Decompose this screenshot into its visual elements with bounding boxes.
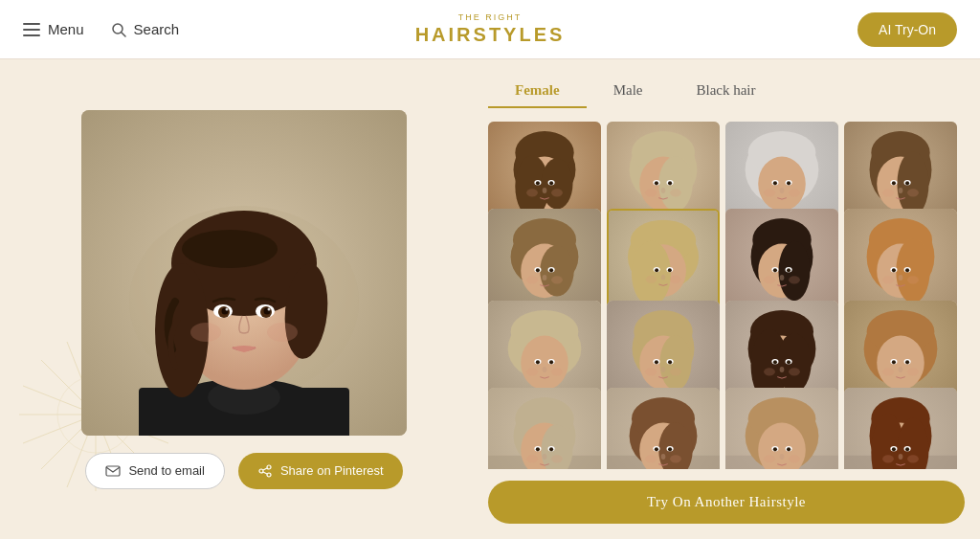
svg-point-195 [551, 455, 563, 462]
svg-point-59 [655, 181, 658, 185]
svg-point-96 [543, 275, 547, 281]
logo-h: H [415, 24, 432, 45]
svg-point-168 [780, 367, 785, 372]
ai-tryon-button[interactable]: AI Try-On [858, 12, 957, 47]
svg-point-157 [670, 368, 681, 375]
hairstyle-thumb-12[interactable] [488, 388, 601, 469]
svg-point-143 [543, 367, 547, 372]
svg-point-205 [668, 447, 672, 451]
svg-point-150 [659, 334, 691, 390]
svg-point-107 [668, 268, 672, 272]
svg-point-134 [907, 276, 919, 283]
svg-point-167 [787, 360, 791, 364]
svg-point-120 [780, 275, 785, 281]
email-icon [105, 463, 121, 479]
hamburger-icon [23, 23, 40, 36]
svg-point-219 [764, 455, 775, 462]
svg-point-22 [182, 230, 278, 268]
header: Menu Search THE RIGHT HAIRSTYLES AI Try-… [0, 0, 980, 59]
share-icon [257, 463, 273, 479]
send-email-button[interactable]: Send to email [85, 453, 225, 489]
svg-point-130 [892, 268, 896, 272]
svg-point-208 [670, 455, 681, 462]
svg-point-232 [899, 454, 903, 460]
svg-point-178 [905, 360, 909, 364]
svg-point-84 [899, 188, 903, 193]
pinterest-label: Share on Pinterest [280, 463, 384, 478]
svg-point-180 [882, 368, 894, 375]
email-label: Send to email [128, 463, 205, 478]
svg-point-31 [190, 323, 221, 342]
try-on-another-button[interactable]: Try On Another Hairstyle [488, 481, 965, 524]
hairstyle-grid[interactable] [488, 122, 965, 469]
svg-point-233 [882, 455, 894, 462]
svg-point-191 [536, 447, 540, 451]
svg-point-56 [658, 156, 692, 212]
svg-point-121 [764, 276, 775, 283]
svg-point-133 [882, 276, 894, 283]
svg-point-36 [267, 473, 271, 477]
svg-point-94 [536, 268, 540, 272]
svg-point-118 [773, 268, 777, 272]
svg-point-145 [551, 368, 563, 375]
svg-point-29 [226, 307, 229, 310]
svg-point-181 [907, 368, 919, 375]
svg-point-231 [905, 447, 909, 451]
hairstyle-thumb-13[interactable] [607, 388, 720, 469]
main-photo-frame [81, 110, 407, 436]
svg-point-119 [787, 268, 791, 272]
svg-point-63 [670, 189, 681, 196]
svg-point-207 [645, 455, 657, 462]
svg-point-122 [789, 276, 800, 283]
svg-point-204 [655, 447, 658, 451]
right-panel: Female Male Black hair [488, 59, 980, 539]
menu-button[interactable]: Menu [23, 21, 84, 37]
svg-point-95 [549, 268, 553, 272]
svg-point-194 [526, 455, 538, 462]
svg-point-217 [787, 447, 791, 451]
svg-point-144 [526, 368, 538, 375]
svg-point-44 [541, 158, 572, 209]
svg-point-179 [899, 367, 903, 372]
svg-point-67 [758, 157, 806, 212]
svg-point-83 [905, 181, 909, 185]
svg-point-115 [778, 241, 810, 302]
svg-point-154 [668, 360, 672, 364]
logo-top: THE RIGHT [415, 12, 566, 23]
svg-point-141 [536, 360, 540, 364]
hairstyle-grid-area [488, 122, 965, 469]
logo: THE RIGHT HAIRSTYLES [415, 12, 566, 46]
svg-point-49 [543, 188, 547, 193]
svg-point-166 [773, 360, 777, 364]
svg-point-132 [899, 275, 903, 281]
svg-point-206 [661, 454, 666, 460]
svg-point-103 [632, 241, 671, 306]
svg-point-142 [549, 360, 553, 364]
svg-point-177 [892, 360, 896, 364]
tab-black-hair[interactable]: Black hair [669, 75, 782, 106]
svg-point-163 [777, 332, 811, 393]
svg-point-47 [536, 181, 540, 185]
svg-rect-33 [106, 466, 120, 476]
hairstyle-thumb-15[interactable] [844, 388, 957, 469]
hairstyle-thumb-14[interactable] [725, 388, 838, 469]
svg-point-72 [780, 188, 785, 193]
main-content: Send to email Share on Pinterest Female [0, 59, 980, 539]
svg-point-51 [551, 189, 563, 196]
svg-line-37 [263, 468, 267, 470]
svg-point-153 [655, 360, 658, 364]
svg-point-62 [645, 189, 657, 196]
tab-male[interactable]: Male [587, 75, 670, 106]
svg-point-218 [780, 454, 785, 460]
svg-point-174 [877, 335, 924, 390]
logo-main: HAIRSTYLES [415, 23, 566, 46]
tab-female[interactable]: Female [488, 75, 587, 106]
pinterest-button[interactable]: Share on Pinterest [238, 453, 403, 489]
svg-point-156 [645, 368, 657, 375]
svg-point-193 [543, 454, 547, 460]
search-button[interactable]: Search [111, 21, 180, 37]
menu-label: Menu [48, 21, 84, 37]
svg-point-30 [268, 307, 271, 310]
svg-point-35 [259, 469, 263, 473]
svg-point-170 [789, 368, 800, 375]
